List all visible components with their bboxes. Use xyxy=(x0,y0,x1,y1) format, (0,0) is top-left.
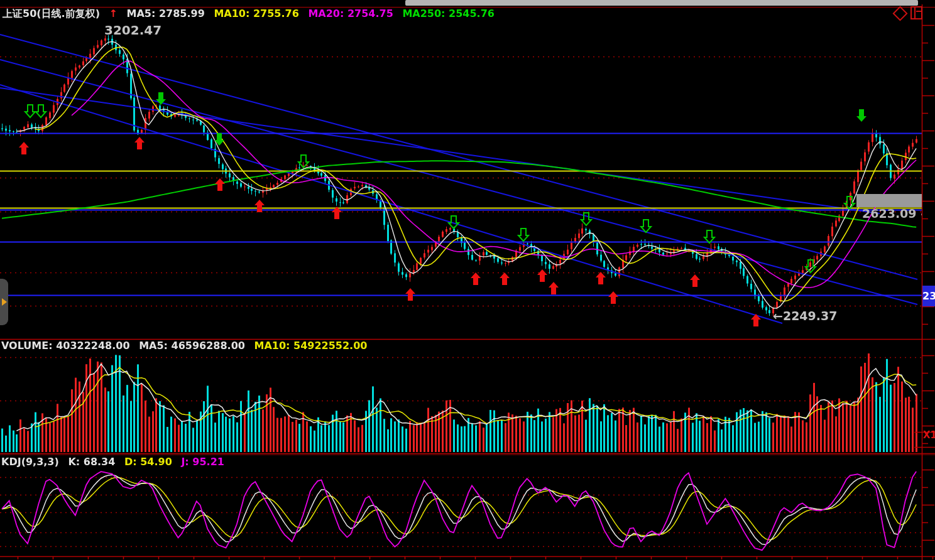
x1-axis-label[interactable]: X1 xyxy=(923,429,935,441)
layout-icon-divider xyxy=(914,8,916,18)
left-panel-handle[interactable] xyxy=(0,279,8,325)
volume-header: VOLUME: 40322248.00 MA5: 46596288.00 MA1… xyxy=(1,340,373,352)
kdj-title: KDJ(9,3,3) xyxy=(1,456,59,468)
kdj-header: KDJ(9,3,3) K: 68.34 D: 54.90 J: 95.21 xyxy=(1,456,230,468)
price-range-label: 2623.09 - 26 xyxy=(862,207,922,220)
volume-value: VOLUME: 40322248.00 xyxy=(1,340,130,352)
top-scrollbar-thumb[interactable] xyxy=(405,0,918,6)
chart-canvas[interactable] xyxy=(0,0,935,560)
main-chart-header: 上证50(日线.前复权) ↑ MA5: 2785.99 MA10: 2755.7… xyxy=(3,8,500,21)
ma5-value: MA5: 2785.99 xyxy=(127,8,205,19)
high-price-label: 3202.47 xyxy=(104,23,161,38)
kdj-k-value: K: 68.34 xyxy=(68,456,115,468)
stock-chart-app: { "header": { "title": "上证50(日线.前复权)", "… xyxy=(0,0,935,560)
info-tooltip-box[interactable] xyxy=(856,194,922,207)
axis-price-badge: 23 xyxy=(922,286,935,306)
symbol-title: 上证50(日线.前复权) xyxy=(3,8,100,19)
layout-icon-bar xyxy=(916,11,921,12)
kdj-d-value: D: 54.90 xyxy=(124,456,172,468)
volume-ma5-value: MA5: 46596288.00 xyxy=(139,340,245,352)
ma250-value: MA250: 2545.76 xyxy=(402,8,495,19)
kdj-j-value: J: 95.21 xyxy=(181,456,224,468)
expand-right-icon xyxy=(2,298,7,306)
window-layout-icon[interactable] xyxy=(910,6,922,19)
up-arrow-icon: ↑ xyxy=(109,8,118,19)
ma20-value: MA20: 2754.75 xyxy=(308,8,393,19)
low-price-label: ←2249.37 xyxy=(773,309,837,323)
volume-ma10-value: MA10: 54922552.00 xyxy=(254,340,368,352)
ma10-value: MA10: 2755.76 xyxy=(214,8,298,19)
